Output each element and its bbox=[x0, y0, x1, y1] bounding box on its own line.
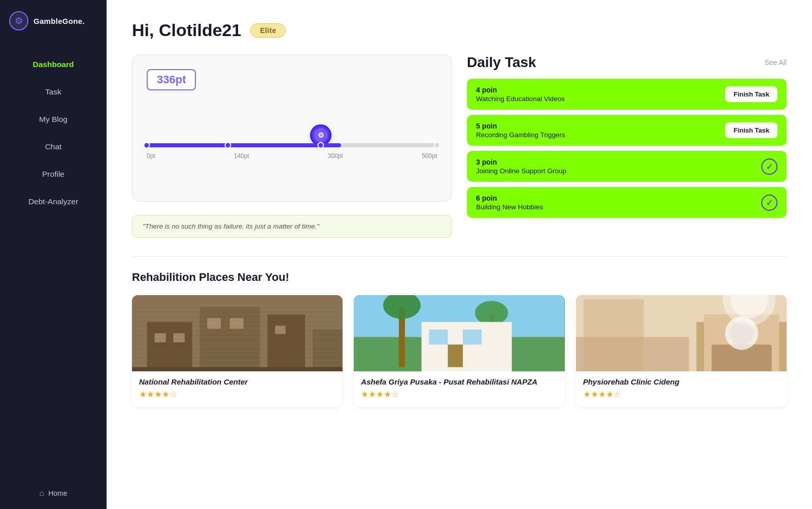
task-points-3: 3 poin bbox=[476, 158, 566, 166]
see-all-link[interactable]: See All bbox=[764, 58, 787, 67]
logo-icon: ⚙ bbox=[9, 11, 28, 30]
progress-track-container: ⚙ 0pt 140pt bbox=[147, 143, 437, 176]
progress-labels: 0pt 140pt 300pt 500pt bbox=[147, 152, 437, 160]
svg-text:⚙: ⚙ bbox=[318, 131, 324, 139]
milestone-dot-140 bbox=[225, 142, 231, 149]
sidebar-footer[interactable]: ⌂ Home bbox=[0, 480, 107, 509]
sidebar-item-dashboard[interactable]: Dashboard bbox=[0, 51, 107, 78]
rehab-section: Rehabilition Places Near You! bbox=[132, 271, 787, 407]
rehab-card-img-1 bbox=[132, 295, 343, 371]
daily-task-header: Daily Task See All bbox=[467, 54, 787, 71]
quote-card: "There is no such thing as failure. its … bbox=[132, 215, 452, 238]
sidebar-item-myblog[interactable]: My Blog bbox=[0, 106, 107, 133]
milestone-dot-500 bbox=[434, 142, 441, 149]
left-panel: 336pt ⚙ bbox=[132, 54, 452, 238]
svg-rect-10 bbox=[174, 333, 185, 342]
svg-rect-22 bbox=[463, 330, 482, 345]
task-points-1: 4 poin bbox=[476, 86, 565, 94]
sidebar-item-chat[interactable]: Chat bbox=[0, 133, 107, 161]
finish-task-button-2[interactable]: Finish Task bbox=[725, 122, 777, 138]
task-check-4: ✓ bbox=[761, 195, 777, 211]
rehab-card-body-3: Physiorehab Clinic Cideng ★★★★☆ bbox=[576, 371, 787, 407]
rehab-card-stars-1: ★★★★☆ bbox=[139, 389, 335, 400]
rehab-card-name-1: National Rehabilitation Center bbox=[139, 377, 335, 386]
task-list: 4 poin Watching Educational Videos Finis… bbox=[467, 79, 787, 218]
task-name-1: Watching Educational Videos bbox=[476, 95, 565, 103]
rehab-grid: National Rehabilitation Center ★★★★☆ bbox=[132, 295, 787, 407]
sidebar-item-profile[interactable]: Profile bbox=[0, 161, 107, 188]
task-item-4: 6 poin Building New Hobbies ✓ bbox=[467, 187, 787, 218]
rehab-card-name-3: Physiorehab Clinic Cideng bbox=[583, 377, 780, 386]
rehab-card-stars-2: ★★★★☆ bbox=[361, 389, 557, 400]
sidebar: ⚙ GambleGone. Dashboard Task My Blog Cha… bbox=[0, 0, 107, 509]
svg-rect-3 bbox=[132, 295, 343, 371]
task-points-2: 5 poin bbox=[476, 122, 565, 130]
task-info-1: 4 poin Watching Educational Videos bbox=[476, 86, 565, 103]
milestone-dots bbox=[147, 143, 437, 147]
daily-task-title: Daily Task bbox=[467, 54, 536, 71]
daily-task-panel: Daily Task See All 4 poin Watching Educa… bbox=[467, 54, 787, 238]
task-name-3: Joining Online Support Group bbox=[476, 167, 566, 175]
sidebar-item-debtanalyzer[interactable]: Debt-Analyzer bbox=[0, 188, 107, 215]
main-content: Hi, Clotilde21 Elite 336pt ⚙ bbox=[107, 0, 812, 509]
rehab-title: Rehabilition Places Near You! bbox=[132, 271, 787, 284]
task-info-4: 6 poin Building New Hobbies bbox=[476, 194, 543, 211]
rehab-card-name-2: Ashefa Griya Pusaka - Pusat Rehabilitasi… bbox=[361, 377, 557, 386]
rehab-card-img-2 bbox=[354, 295, 564, 371]
logo: ⚙ GambleGone. bbox=[0, 0, 107, 42]
progress-card: 336pt ⚙ bbox=[132, 54, 452, 202]
svg-point-19 bbox=[475, 301, 508, 325]
svg-rect-35 bbox=[583, 299, 644, 371]
logo-text: GambleGone. bbox=[33, 17, 85, 25]
quote-text: "There is no such thing as failure. its … bbox=[143, 222, 319, 230]
rehab-card-stars-3: ★★★★☆ bbox=[583, 389, 780, 400]
progress-track bbox=[147, 143, 437, 147]
svg-rect-23 bbox=[448, 344, 463, 367]
label-0pt: 0pt bbox=[147, 152, 155, 160]
footer-home-label: Home bbox=[48, 489, 67, 497]
rehab-card-img-3 bbox=[576, 295, 787, 371]
task-item-3: 3 poin Joining Online Support Group ✓ bbox=[467, 151, 787, 182]
home-icon: ⌂ bbox=[39, 489, 44, 498]
svg-rect-7 bbox=[313, 330, 343, 371]
svg-point-33 bbox=[729, 321, 753, 345]
task-item-1: 4 poin Watching Educational Videos Finis… bbox=[467, 79, 787, 110]
sidebar-item-task[interactable]: Task bbox=[0, 78, 107, 106]
svg-rect-9 bbox=[154, 333, 165, 342]
task-name-2: Recording Gambling Triggers bbox=[476, 131, 565, 139]
milestone-dot-start bbox=[144, 142, 150, 149]
greeting: Hi, Clotilde21 bbox=[132, 20, 241, 40]
elite-badge: Elite bbox=[250, 23, 286, 38]
content-grid: 336pt ⚙ bbox=[132, 54, 787, 238]
task-info-2: 5 poin Recording Gambling Triggers bbox=[476, 122, 565, 139]
task-points-4: 6 poin bbox=[476, 194, 543, 202]
svg-rect-8 bbox=[132, 367, 343, 371]
rehab-card-2[interactable]: Ashefa Griya Pusaka - Pusat Rehabilitasi… bbox=[354, 295, 564, 407]
milestone-dot-300 bbox=[318, 142, 324, 149]
rehab-card-body-2: Ashefa Griya Pusaka - Pusat Rehabilitasi… bbox=[354, 371, 564, 407]
label-300pt: 300pt bbox=[328, 152, 343, 160]
task-check-3: ✓ bbox=[761, 158, 777, 175]
svg-rect-4 bbox=[147, 322, 192, 371]
label-500pt: 500pt bbox=[422, 152, 437, 160]
page-header: Hi, Clotilde21 Elite bbox=[132, 20, 787, 40]
sidebar-nav: Dashboard Task My Blog Chat Profile Debt… bbox=[0, 42, 107, 480]
points-display: 336pt bbox=[147, 69, 196, 90]
svg-rect-13 bbox=[275, 326, 286, 334]
svg-rect-6 bbox=[267, 314, 305, 371]
rehab-card-3[interactable]: Physiorehab Clinic Cideng ★★★★☆ bbox=[576, 295, 787, 407]
svg-rect-12 bbox=[230, 318, 244, 329]
task-item-2: 5 poin Recording Gambling Triggers Finis… bbox=[467, 115, 787, 146]
section-divider bbox=[132, 256, 787, 257]
finish-task-button-1[interactable]: Finish Task bbox=[725, 86, 777, 102]
label-140pt: 140pt bbox=[234, 152, 249, 160]
svg-rect-20 bbox=[422, 322, 512, 371]
rehab-card-body-1: National Rehabilitation Center ★★★★☆ bbox=[132, 371, 343, 407]
task-name-4: Building New Hobbies bbox=[476, 203, 543, 211]
rehab-card-1[interactable]: National Rehabilitation Center ★★★★☆ bbox=[132, 295, 343, 407]
svg-rect-21 bbox=[429, 330, 448, 345]
svg-rect-11 bbox=[207, 318, 221, 329]
svg-rect-5 bbox=[199, 307, 260, 371]
task-info-3: 3 poin Joining Online Support Group bbox=[476, 158, 566, 175]
